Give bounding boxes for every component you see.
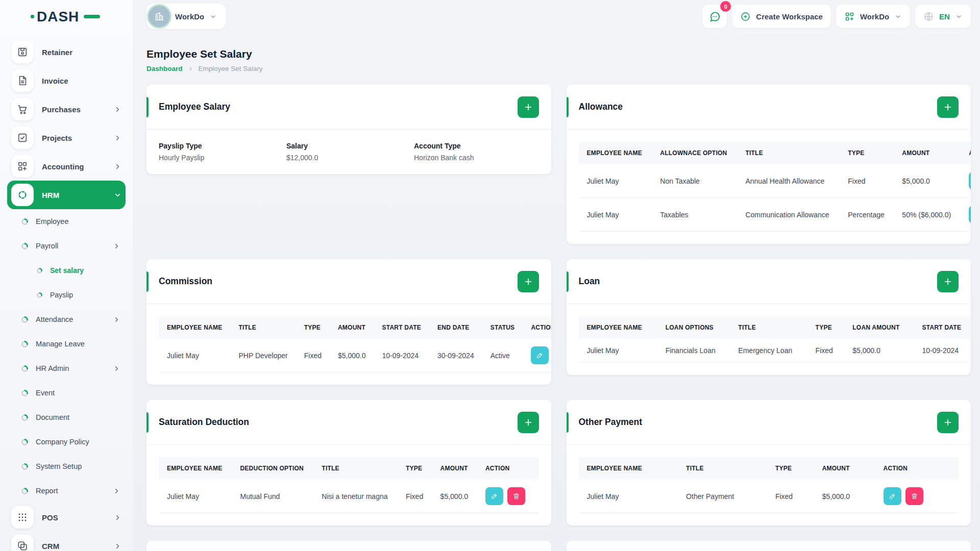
- accounting-glyph: [17, 161, 28, 172]
- add-loan-button[interactable]: [937, 271, 959, 292]
- table-cell: 30-09-2024: [429, 339, 482, 372]
- sidebar-item-hrm[interactable]: HRM: [7, 181, 126, 209]
- sidebar-item-projects[interactable]: Projects: [7, 123, 126, 152]
- workspace-selector[interactable]: WorkDo: [146, 4, 226, 29]
- card-title: Commission: [159, 276, 212, 287]
- card-accent-bar: [146, 271, 149, 292]
- add-employee-salary-button[interactable]: [518, 96, 539, 118]
- add-commission-button[interactable]: [518, 271, 539, 292]
- table-cell: Fixed: [398, 480, 432, 513]
- table-cell: Active: [482, 339, 523, 372]
- card-header: Allowance: [567, 85, 971, 130]
- language-code: EN: [939, 12, 950, 21]
- edit-button[interactable]: [531, 346, 549, 364]
- sidebar-item-accounting[interactable]: Accounting: [7, 152, 126, 181]
- workspace-switcher[interactable]: WorkDo: [836, 5, 910, 28]
- add-saturation-deduction-button[interactable]: [518, 412, 539, 433]
- table-cell: Financials Loan: [657, 339, 730, 363]
- column-header: TYPE: [840, 142, 894, 164]
- sidebar-item-label: Manage Leave: [36, 340, 120, 348]
- card-accent-bar: [146, 97, 149, 117]
- trash-icon: [512, 492, 520, 500]
- sidebar-item-report[interactable]: Report: [7, 479, 126, 503]
- chevron-right-icon: [114, 542, 121, 550]
- action-cell: [477, 480, 539, 513]
- card-accent-bar: [567, 97, 569, 117]
- sidebar-item-pos[interactable]: POS: [7, 503, 126, 532]
- bullet-icon: [37, 292, 42, 298]
- table-cell: PHP Developer: [230, 339, 296, 372]
- action-cell: [875, 480, 959, 513]
- table-cell: Other Payment: [678, 480, 767, 513]
- sidebar-item-payslip[interactable]: Payslip: [7, 283, 126, 307]
- sidebar-item-crm[interactable]: CRM: [7, 532, 126, 551]
- sidebar-item-company-policy[interactable]: Company Policy: [7, 430, 126, 454]
- sidebar-menu: RetainerInvoicePurchasesProjectsAccounti…: [0, 33, 133, 551]
- sidebar-item-label: HRM: [42, 191, 106, 199]
- column-header: EMPLOYEE NAME: [579, 142, 652, 164]
- column-header: ACTION: [523, 316, 551, 339]
- chevron-right-icon: [187, 65, 194, 72]
- workspace-name: WorkDo: [175, 12, 204, 21]
- sidebar-item-invoice[interactable]: Invoice: [7, 66, 126, 95]
- main-content: Employee Set Salary Dashboard Employee S…: [133, 0, 980, 551]
- edit-button[interactable]: [485, 487, 503, 505]
- accounting-icon: [11, 155, 34, 178]
- sidebar-item-label: Company Policy: [36, 438, 120, 446]
- sidebar-item-label: Attendance: [36, 315, 105, 323]
- table-row: Juliet MayPHP DeveloperFixed$5,000.010-0…: [159, 339, 551, 372]
- edit-button[interactable]: [969, 172, 971, 190]
- sidebar-item-label: Retainer: [42, 48, 121, 57]
- bullet-icon: [21, 390, 28, 396]
- sidebar-item-system-setup[interactable]: System Setup: [7, 454, 126, 479]
- app-logo[interactable]: DASH: [0, 0, 133, 33]
- sidebar-item-attendance[interactable]: Attendance: [7, 307, 126, 332]
- column-header: AMOUNT: [814, 457, 875, 480]
- crm-glyph: [17, 540, 28, 551]
- card-commission: CommissionEMPLOYEE NAMETITLETYPEAMOUNTST…: [146, 259, 551, 385]
- add-allowance-button[interactable]: [937, 96, 959, 118]
- grid-plus-icon: [844, 11, 855, 22]
- table-cell: Juliet May: [579, 339, 657, 363]
- sidebar-item-set-salary[interactable]: Set salary: [7, 258, 126, 283]
- field-salary: Salary$12,000.0: [286, 142, 414, 162]
- column-header: ACTION: [875, 457, 959, 480]
- edit-button[interactable]: [969, 206, 971, 223]
- create-workspace-button[interactable]: Create Workspace: [732, 5, 831, 28]
- add-other-payment-button[interactable]: [937, 412, 959, 433]
- sidebar-item-manage-leave[interactable]: Manage Leave: [7, 332, 126, 356]
- column-header: ACTION: [961, 142, 971, 164]
- language-selector[interactable]: EN: [915, 5, 971, 28]
- column-header: EMPLOYEE NAME: [579, 316, 657, 339]
- retainer-icon: [11, 41, 34, 63]
- sidebar-item-label: Set salary: [50, 266, 120, 274]
- messages-button[interactable]: 0: [702, 5, 727, 28]
- messages-badge: 0: [720, 1, 731, 12]
- sidebar-item-hr-admin[interactable]: HR Admin: [7, 356, 126, 381]
- sidebar-item-purchases[interactable]: Purchases: [7, 95, 126, 123]
- card-company-contribution: Company Contribution: [567, 541, 971, 551]
- card-overtime: Overtime: [146, 541, 551, 551]
- hrm-glyph: [17, 189, 28, 201]
- sidebar-item-employee[interactable]: Employee: [7, 209, 126, 234]
- edit-button[interactable]: [884, 487, 901, 505]
- sidebar-item-retainer[interactable]: Retainer: [7, 38, 126, 66]
- card-header: Commission: [146, 259, 551, 304]
- column-header: AMOUNT: [432, 457, 477, 480]
- workspace-switcher-label: WorkDo: [860, 12, 889, 21]
- sidebar-item-document[interactable]: Document: [7, 405, 126, 430]
- sidebar-item-payroll[interactable]: Payroll: [7, 234, 126, 258]
- globe-icon: [923, 11, 934, 22]
- breadcrumb-dashboard-link[interactable]: Dashboard: [146, 65, 183, 72]
- workspace-avatar: [149, 6, 170, 27]
- sidebar-item-event[interactable]: Event: [7, 381, 126, 405]
- chevron-right-icon: [114, 106, 121, 113]
- other-payment-table: EMPLOYEE NAMETITLETYPEAMOUNTACTIONJuliet…: [579, 457, 959, 513]
- delete-button[interactable]: [507, 487, 525, 505]
- card-title: Allowance: [579, 102, 623, 112]
- bullet-icon: [21, 316, 28, 323]
- delete-button[interactable]: [905, 487, 923, 505]
- saturation-deduction-table: EMPLOYEE NAMEDEDUCTION OPTIONTITLETYPEAM…: [159, 457, 539, 513]
- bullet-icon: [21, 365, 28, 372]
- table-cell: Fixed: [296, 339, 330, 372]
